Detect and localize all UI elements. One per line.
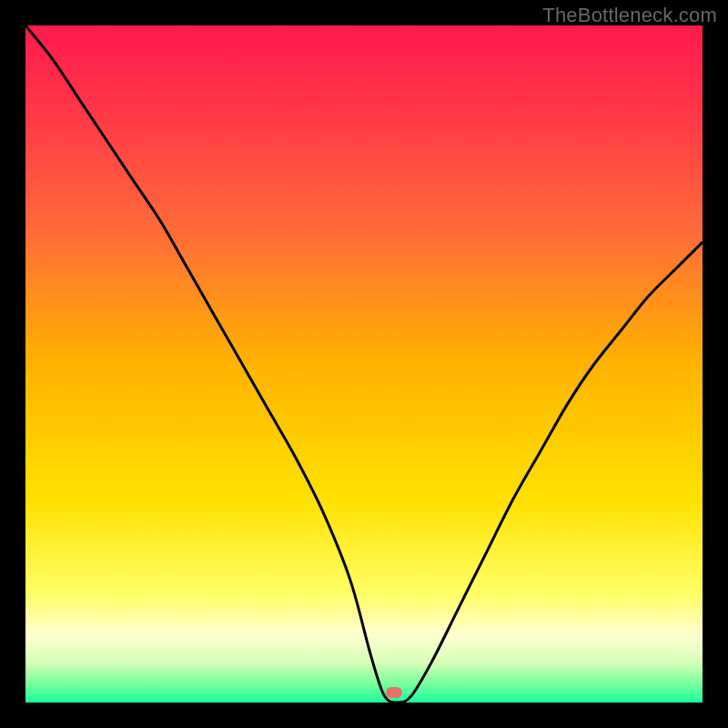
optimal-point-marker [386, 687, 402, 698]
watermark-text: TheBottleneck.com [542, 4, 717, 27]
gradient-background [25, 25, 703, 703]
plot-area [25, 25, 703, 703]
chart-frame: TheBottleneck.com [0, 0, 728, 728]
bottleneck-chart [25, 25, 703, 703]
